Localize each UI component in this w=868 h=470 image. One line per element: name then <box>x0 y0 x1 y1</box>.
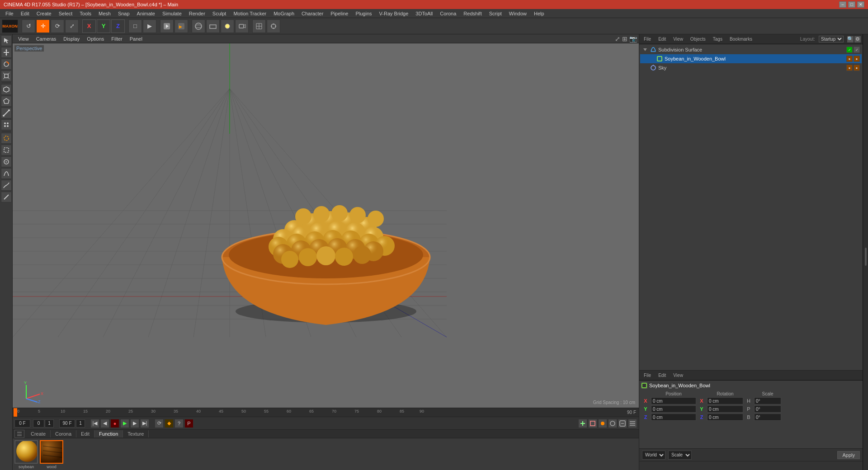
key-remove-icon[interactable] <box>588 419 597 428</box>
toolbar-poly-sphere[interactable] <box>192 19 205 33</box>
obj-hdr-view[interactable]: View <box>670 36 686 42</box>
menu-redshift[interactable]: Redshift <box>460 10 485 17</box>
obj-settings-icon[interactable]: ⚙ <box>854 36 861 42</box>
toolbar-z-axis[interactable]: Z <box>111 19 125 33</box>
toolbar-snap[interactable] <box>267 19 280 33</box>
menu-mesh[interactable]: Mesh <box>95 10 114 17</box>
obj-hdr-file[interactable]: File <box>641 36 654 42</box>
menu-select[interactable]: Select <box>55 10 76 17</box>
material-panel-toggle[interactable] <box>14 430 24 438</box>
attr-y-rot[interactable]: 0 cm <box>707 405 743 413</box>
left-tool-polygon[interactable] <box>1 96 12 107</box>
obj-subdiv-expand[interactable] <box>642 47 648 53</box>
left-tool-move[interactable] <box>1 47 12 58</box>
menu-snap[interactable]: Snap <box>114 10 133 17</box>
attr-hdr-file[interactable]: File <box>641 372 654 379</box>
attr-h-rot[interactable]: 0° <box>754 397 781 404</box>
record-button[interactable]: ● <box>110 419 119 428</box>
vp-camera-icon[interactable]: 📷 <box>629 35 637 42</box>
frame-step-input[interactable] <box>45 419 54 428</box>
obj-hdr-edit[interactable]: Edit <box>656 36 669 42</box>
minimize-button[interactable]: – <box>839 1 846 8</box>
vp-menu-view[interactable]: View <box>14 35 33 42</box>
vp-layout-icon[interactable]: ⊞ <box>622 35 627 42</box>
play-button[interactable]: ▶ <box>120 419 129 428</box>
end-frame-input[interactable] <box>59 419 75 428</box>
left-tool-spline[interactable] <box>1 180 12 191</box>
obj-subdiv-vis-btn2[interactable]: ✓ <box>854 47 860 53</box>
menu-help[interactable]: Help <box>530 10 548 17</box>
vp-fullscreen-icon[interactable]: ⤢ <box>615 35 620 42</box>
material-wood-thumb[interactable] <box>40 440 63 464</box>
menu-window[interactable]: Window <box>505 10 530 17</box>
left-tool-edge[interactable] <box>1 108 12 118</box>
mat-tab-create[interactable]: Create <box>26 430 51 437</box>
menu-mograph[interactable]: MoGraph <box>270 10 298 17</box>
menu-3dtoall[interactable]: 3DToAll <box>412 10 436 17</box>
obj-hdr-bookmarks[interactable]: Bookmarks <box>727 36 755 42</box>
record-active-button[interactable]: P <box>184 419 193 428</box>
vp-menu-filter[interactable]: Filter <box>108 35 126 42</box>
go-to-start-button[interactable]: |◀ <box>90 419 99 428</box>
prev-frame-button[interactable]: ◀ <box>100 419 109 428</box>
toolbar-plane[interactable] <box>206 19 220 33</box>
material-soybean-thumb[interactable] <box>14 440 38 464</box>
attr-y-pos[interactable]: 0 cm <box>651 405 696 413</box>
toolbar-rotate[interactable]: ⟳ <box>51 19 64 33</box>
menu-pipeline[interactable]: Pipeline <box>327 10 352 17</box>
vp-menu-panel[interactable]: Panel <box>126 35 146 42</box>
left-tool-point[interactable] <box>1 119 12 130</box>
attr-b-rot[interactable]: 0° <box>754 414 781 421</box>
left-tool-brush[interactable] <box>1 156 12 167</box>
toolbar-camera[interactable] <box>235 19 249 33</box>
attr-p-rot[interactable]: 0° <box>754 405 781 413</box>
loop-button[interactable]: ⟳ <box>155 419 164 428</box>
toolbar-grid[interactable] <box>252 19 266 33</box>
key-add-icon[interactable] <box>578 419 587 428</box>
menu-vray[interactable]: V-Ray Bridge <box>376 10 412 17</box>
obj-bowl-vis-btn1[interactable]: ● <box>846 56 853 62</box>
world-coord-select[interactable]: World <box>642 451 665 460</box>
close-button[interactable]: ✕ <box>857 1 864 8</box>
go-to-end-button[interactable]: ▶| <box>140 419 149 428</box>
obj-sky-vis-btn1[interactable]: ● <box>846 65 853 71</box>
autokey-icon[interactable] <box>618 419 627 428</box>
obj-hdr-objects[interactable]: Objects <box>688 36 708 42</box>
toolbar-render-settings[interactable]: ▶ <box>175 19 188 33</box>
left-tool-scale[interactable] <box>1 70 12 81</box>
attr-x-rot[interactable]: 0 cm <box>707 397 743 404</box>
vp-menu-display[interactable]: Display <box>60 35 83 42</box>
menu-motion-tracker[interactable]: Motion Tracker <box>230 10 270 17</box>
obj-item-subdivision[interactable]: Subdivision Surface ✓ ✓ <box>640 45 862 54</box>
menu-corona[interactable]: Corona <box>436 10 460 17</box>
vp-menu-options[interactable]: Options <box>83 35 108 42</box>
left-tool-rotate[interactable] <box>1 59 12 70</box>
current-frame-input[interactable] <box>14 419 30 428</box>
obj-item-bowl[interactable]: Soybean_in_Wooden_Bowl ● ● <box>640 54 862 63</box>
toolbar-scale[interactable]: ⤢ <box>65 19 79 33</box>
menu-edit[interactable]: Edit <box>17 10 33 17</box>
left-tool-knife[interactable] <box>1 192 12 202</box>
apply-button[interactable]: Apply <box>837 451 860 459</box>
help-button[interactable]: ? <box>175 419 184 428</box>
vp-menu-cameras[interactable]: Cameras <box>33 35 60 42</box>
toolbar-render[interactable] <box>160 19 174 33</box>
timeline-track[interactable]: 0 5 10 15 20 25 30 35 40 45 50 55 60 65 … <box>17 408 624 417</box>
toolbar-x-axis[interactable]: X <box>82 19 96 33</box>
mat-tab-function[interactable]: Function <box>94 430 123 437</box>
mat-tab-edit[interactable]: Edit <box>76 430 94 437</box>
obj-hdr-tags[interactable]: Tags <box>710 36 725 42</box>
attr-z-rot[interactable]: 0 cm <box>707 414 743 421</box>
obj-bowl-vis-btn2[interactable]: ● <box>854 56 860 62</box>
menu-create[interactable]: Create <box>33 10 55 17</box>
obj-item-sky[interactable]: Sky ● ● <box>640 63 862 72</box>
left-tool-sculpt[interactable] <box>1 168 12 179</box>
next-frame-button[interactable]: ▶ <box>130 419 139 428</box>
left-tool-live-selection[interactable] <box>1 133 12 144</box>
attr-x-pos[interactable]: 0 cm <box>651 397 696 404</box>
menu-script[interactable]: Script <box>486 10 505 17</box>
attr-z-pos[interactable]: 0 cm <box>651 414 696 421</box>
menu-tools[interactable]: Tools <box>76 10 95 17</box>
obj-search-icon[interactable]: 🔍 <box>847 36 854 42</box>
menu-sculpt[interactable]: Sculpt <box>209 10 230 17</box>
